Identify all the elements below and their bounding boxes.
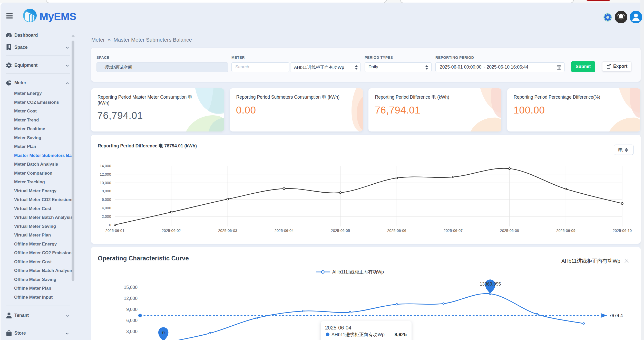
svg-text:0: 0 (162, 330, 165, 335)
svg-text:3,000: 3,000 (126, 329, 138, 334)
svg-text:2025-06-08: 2025-06-08 (500, 229, 519, 233)
svg-text:2025-06-04: 2025-06-04 (275, 229, 294, 233)
svg-text:2025-06-10: 2025-06-10 (613, 229, 632, 233)
svg-text:6,000: 6,000 (126, 318, 138, 323)
svg-text:AHb11进线柜正向有功Wp: AHb11进线柜正向有功Wp (331, 332, 385, 337)
svg-text:15,000: 15,000 (124, 285, 138, 290)
svg-text:2025-06-06: 2025-06-06 (387, 229, 406, 233)
svg-text:6,000: 6,000 (102, 197, 111, 202)
svg-text:7679.4: 7679.4 (609, 313, 623, 318)
svg-text:13369.995: 13369.995 (480, 281, 501, 287)
svg-text:14,000: 14,000 (100, 164, 111, 168)
svg-text:2025-06-03: 2025-06-03 (218, 229, 237, 233)
svg-text:12,000: 12,000 (124, 296, 138, 301)
svg-text:9,000: 9,000 (126, 307, 138, 312)
svg-text:2025-06-09: 2025-06-09 (556, 229, 575, 233)
svg-text:2025-06-01: 2025-06-01 (105, 229, 124, 233)
svg-text:2,000: 2,000 (102, 214, 111, 219)
svg-text:8,625: 8,625 (394, 332, 407, 337)
svg-text:2025-06-07: 2025-06-07 (444, 229, 463, 233)
svg-text:2025-06-05: 2025-06-05 (331, 229, 350, 233)
svg-text:0: 0 (109, 223, 111, 227)
svg-text:12,000: 12,000 (100, 172, 111, 176)
svg-text:2025-06-02: 2025-06-02 (162, 229, 181, 233)
svg-text:8,000: 8,000 (102, 189, 111, 193)
svg-text:4,000: 4,000 (102, 206, 111, 210)
svg-text:10,000: 10,000 (100, 181, 111, 185)
svg-text:2025-06-04: 2025-06-04 (325, 325, 351, 330)
svg-text:AHb11进线柜正向有功Wp: AHb11进线柜正向有功Wp (332, 269, 384, 275)
